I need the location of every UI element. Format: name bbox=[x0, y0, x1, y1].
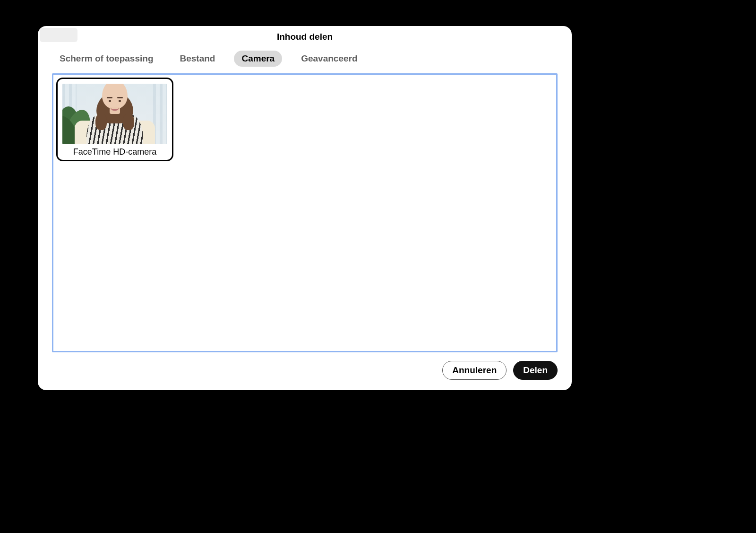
tab-screen-or-application[interactable]: Scherm of toepassing bbox=[52, 51, 161, 67]
dialog-footer: Annuleren Delen bbox=[38, 352, 572, 390]
camera-option-label: FaceTime HD-camera bbox=[62, 144, 167, 157]
share-content-dialog: Inhoud delen Scherm of toepassing Bestan… bbox=[38, 26, 572, 390]
camera-option-facetime-hd[interactable]: FaceTime HD-camera bbox=[56, 78, 173, 161]
dialog-title: Inhoud delen bbox=[277, 32, 333, 42]
window-controls-placeholder bbox=[40, 28, 77, 42]
tab-bar: Scherm of toepassing Bestand Camera Geav… bbox=[38, 48, 572, 73]
camera-selection-area[interactable]: FaceTime HD-camera bbox=[52, 73, 558, 352]
tab-file[interactable]: Bestand bbox=[172, 51, 223, 67]
tab-camera[interactable]: Camera bbox=[234, 51, 282, 67]
cancel-button[interactable]: Annuleren bbox=[442, 361, 507, 380]
share-button[interactable]: Delen bbox=[513, 361, 558, 380]
camera-preview-thumbnail bbox=[62, 84, 167, 144]
tab-advanced[interactable]: Geavanceerd bbox=[293, 51, 365, 67]
dialog-titlebar: Inhoud delen bbox=[38, 26, 572, 48]
